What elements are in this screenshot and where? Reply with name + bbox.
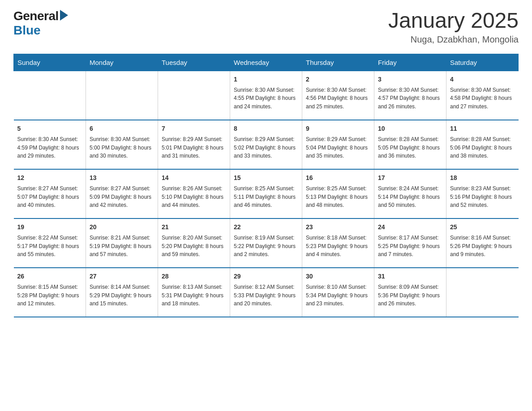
day-info: Sunrise: 8:19 AM Sunset: 5:22 PM Dayligh… (234, 234, 298, 259)
day-info: Sunrise: 8:30 AM Sunset: 4:55 PM Dayligh… (234, 86, 298, 111)
day-cell (86, 71, 158, 120)
day-number: 2 (306, 75, 370, 84)
day-cell (446, 268, 519, 317)
day-info: Sunrise: 8:23 AM Sunset: 5:16 PM Dayligh… (450, 184, 515, 210)
day-number: 17 (378, 173, 442, 183)
day-cell: 14Sunrise: 8:26 AM Sunset: 5:10 PM Dayli… (158, 169, 230, 218)
day-cell: 20Sunrise: 8:21 AM Sunset: 5:19 PM Dayli… (86, 218, 158, 268)
day-info: Sunrise: 8:13 AM Sunset: 5:31 PM Dayligh… (162, 283, 226, 308)
day-cell: 5Sunrise: 8:30 AM Sunset: 4:59 PM Daylig… (14, 120, 86, 169)
day-number: 29 (234, 272, 298, 281)
day-cell: 21Sunrise: 8:20 AM Sunset: 5:20 PM Dayli… (158, 218, 230, 268)
day-number: 26 (17, 272, 82, 281)
day-number: 30 (306, 272, 370, 281)
day-info: Sunrise: 8:30 AM Sunset: 4:57 PM Dayligh… (378, 86, 442, 111)
day-number: 23 (306, 223, 370, 232)
day-cell: 26Sunrise: 8:15 AM Sunset: 5:28 PM Dayli… (14, 268, 86, 317)
calendar-header: SundayMondayTuesdayWednesdayThursdayFrid… (14, 54, 519, 71)
day-number: 20 (90, 223, 154, 232)
day-cell: 17Sunrise: 8:24 AM Sunset: 5:14 PM Dayli… (374, 169, 446, 218)
day-cell (14, 71, 86, 120)
day-info: Sunrise: 8:30 AM Sunset: 5:00 PM Dayligh… (90, 135, 154, 160)
day-info: Sunrise: 8:30 AM Sunset: 4:56 PM Dayligh… (306, 86, 370, 111)
header-cell-thursday: Thursday (302, 54, 374, 71)
calendar-table: SundayMondayTuesdayWednesdayThursdayFrid… (13, 54, 519, 318)
day-number: 22 (234, 223, 298, 232)
day-number: 8 (234, 124, 298, 133)
day-number: 31 (378, 272, 442, 281)
header-cell-wednesday: Wednesday (230, 54, 302, 71)
day-number: 11 (450, 124, 515, 133)
day-info: Sunrise: 8:18 AM Sunset: 5:23 PM Dayligh… (306, 234, 370, 259)
logo-general-text: General (13, 9, 59, 23)
day-number: 24 (378, 223, 442, 232)
day-cell: 12Sunrise: 8:27 AM Sunset: 5:07 PM Dayli… (14, 169, 86, 218)
day-cell: 16Sunrise: 8:25 AM Sunset: 5:13 PM Dayli… (302, 169, 374, 218)
day-number: 1 (234, 75, 298, 84)
title-section: January 2025 Nuga, Dzabkhan, Mongolia (388, 9, 519, 45)
day-number: 19 (17, 223, 82, 232)
day-cell: 15Sunrise: 8:25 AM Sunset: 5:11 PM Dayli… (230, 169, 302, 218)
header-cell-monday: Monday (86, 54, 158, 71)
logo: General Blue (13, 9, 68, 38)
day-info: Sunrise: 8:30 AM Sunset: 4:58 PM Dayligh… (450, 86, 515, 111)
day-info: Sunrise: 8:24 AM Sunset: 5:14 PM Dayligh… (378, 184, 442, 210)
day-info: Sunrise: 8:29 AM Sunset: 5:02 PM Dayligh… (234, 135, 298, 160)
day-cell: 28Sunrise: 8:13 AM Sunset: 5:31 PM Dayli… (158, 268, 230, 317)
day-cell: 25Sunrise: 8:16 AM Sunset: 5:26 PM Dayli… (446, 218, 519, 268)
calendar-body: 1Sunrise: 8:30 AM Sunset: 4:55 PM Daylig… (14, 71, 519, 317)
day-info: Sunrise: 8:17 AM Sunset: 5:25 PM Dayligh… (378, 234, 442, 259)
header-cell-sunday: Sunday (14, 54, 86, 71)
day-number: 10 (378, 124, 442, 133)
day-number: 3 (378, 75, 442, 84)
day-number: 14 (162, 173, 226, 183)
day-info: Sunrise: 8:21 AM Sunset: 5:19 PM Dayligh… (90, 234, 154, 259)
day-number: 28 (162, 272, 226, 281)
day-info: Sunrise: 8:09 AM Sunset: 5:36 PM Dayligh… (378, 283, 442, 308)
day-info: Sunrise: 8:29 AM Sunset: 5:01 PM Dayligh… (162, 135, 226, 160)
day-info: Sunrise: 8:14 AM Sunset: 5:29 PM Dayligh… (90, 283, 154, 308)
day-info: Sunrise: 8:29 AM Sunset: 5:04 PM Dayligh… (306, 135, 370, 160)
page-header: General Blue January 2025 Nuga, Dzabkhan… (13, 9, 519, 45)
day-cell: 29Sunrise: 8:12 AM Sunset: 5:33 PM Dayli… (230, 268, 302, 317)
day-info: Sunrise: 8:25 AM Sunset: 5:13 PM Dayligh… (306, 184, 370, 210)
day-cell: 10Sunrise: 8:28 AM Sunset: 5:05 PM Dayli… (374, 120, 446, 169)
day-cell: 7Sunrise: 8:29 AM Sunset: 5:01 PM Daylig… (158, 120, 230, 169)
week-row-4: 19Sunrise: 8:22 AM Sunset: 5:17 PM Dayli… (14, 218, 519, 268)
header-row: SundayMondayTuesdayWednesdayThursdayFrid… (14, 54, 519, 71)
day-cell: 19Sunrise: 8:22 AM Sunset: 5:17 PM Dayli… (14, 218, 86, 268)
day-cell: 2Sunrise: 8:30 AM Sunset: 4:56 PM Daylig… (302, 71, 374, 120)
day-cell: 13Sunrise: 8:27 AM Sunset: 5:09 PM Dayli… (86, 169, 158, 218)
day-info: Sunrise: 8:30 AM Sunset: 4:59 PM Dayligh… (17, 135, 82, 160)
day-cell: 30Sunrise: 8:10 AM Sunset: 5:34 PM Dayli… (302, 268, 374, 317)
day-info: Sunrise: 8:22 AM Sunset: 5:17 PM Dayligh… (17, 234, 82, 259)
day-cell: 4Sunrise: 8:30 AM Sunset: 4:58 PM Daylig… (446, 71, 519, 120)
week-row-1: 1Sunrise: 8:30 AM Sunset: 4:55 PM Daylig… (14, 71, 519, 120)
day-number: 27 (90, 272, 154, 281)
week-row-2: 5Sunrise: 8:30 AM Sunset: 4:59 PM Daylig… (14, 120, 519, 169)
day-cell: 23Sunrise: 8:18 AM Sunset: 5:23 PM Dayli… (302, 218, 374, 268)
day-number: 12 (17, 173, 82, 183)
day-info: Sunrise: 8:27 AM Sunset: 5:07 PM Dayligh… (17, 184, 82, 210)
week-row-3: 12Sunrise: 8:27 AM Sunset: 5:07 PM Dayli… (14, 169, 519, 218)
day-number: 13 (90, 173, 154, 183)
day-cell (158, 71, 230, 120)
logo-triangle-icon (60, 10, 68, 21)
day-cell: 3Sunrise: 8:30 AM Sunset: 4:57 PM Daylig… (374, 71, 446, 120)
day-number: 4 (450, 75, 515, 84)
day-info: Sunrise: 8:20 AM Sunset: 5:20 PM Dayligh… (162, 234, 226, 259)
day-number: 5 (17, 124, 82, 133)
day-number: 25 (450, 223, 515, 232)
header-cell-friday: Friday (374, 54, 446, 71)
logo-blue-text: Blue (13, 23, 41, 37)
calendar-title: January 2025 (388, 9, 519, 33)
day-number: 15 (234, 173, 298, 183)
header-cell-tuesday: Tuesday (158, 54, 230, 71)
day-info: Sunrise: 8:25 AM Sunset: 5:11 PM Dayligh… (234, 184, 298, 210)
day-info: Sunrise: 8:16 AM Sunset: 5:26 PM Dayligh… (450, 234, 515, 259)
day-cell: 8Sunrise: 8:29 AM Sunset: 5:02 PM Daylig… (230, 120, 302, 169)
day-info: Sunrise: 8:10 AM Sunset: 5:34 PM Dayligh… (306, 283, 370, 308)
day-number: 9 (306, 124, 370, 133)
day-cell: 6Sunrise: 8:30 AM Sunset: 5:00 PM Daylig… (86, 120, 158, 169)
day-info: Sunrise: 8:26 AM Sunset: 5:10 PM Dayligh… (162, 184, 226, 210)
